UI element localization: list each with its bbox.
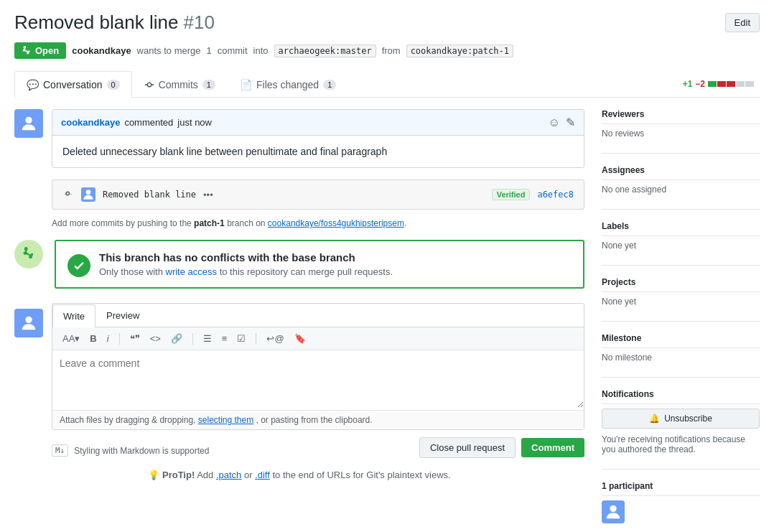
notifications-title: Notifications: [602, 389, 760, 404]
commit-avatar: [81, 187, 95, 202]
comment-action: commented: [124, 117, 173, 128]
hint-repo-link[interactable]: cookandkaye/foss4gukhipsteripsem: [268, 218, 404, 228]
merge-text-block: This branch has no conflicts with the ba…: [99, 251, 393, 277]
diff-minus: −2: [695, 79, 705, 89]
edit-button[interactable]: Edit: [725, 13, 760, 32]
commits-badge: 1: [202, 80, 215, 90]
link-btn[interactable]: 🔗: [168, 332, 185, 345]
verified-badge: Verified: [492, 189, 531, 200]
merge-icon-column: [14, 240, 43, 269]
sidebar-participants: 1 participant: [602, 481, 760, 524]
diff-plus: +1: [683, 79, 693, 89]
hint-text: Add more commits by pushing to the patch…: [52, 218, 584, 228]
diff-stats: +1 −2: [683, 79, 760, 89]
pr-action-text: wants to merge: [137, 45, 201, 56]
comment-thread: cookandkaye commented just now ☺ ✎ Delet…: [14, 109, 584, 210]
comment-submit-button[interactable]: Comment: [521, 438, 584, 457]
pr-title: Removed blank line #10: [14, 11, 215, 34]
comment-header: cookandkaye commented just now ☺ ✎: [52, 110, 584, 136]
comment-time: just now: [177, 117, 212, 128]
labels-value: None yet: [602, 241, 760, 251]
pr-author: cookandkaye: [72, 45, 131, 56]
edit-comment-button[interactable]: ✎: [566, 116, 575, 129]
emoji-button[interactable]: ☺: [549, 116, 560, 129]
write-avatar: [14, 309, 43, 337]
diff-link[interactable]: .diff: [255, 470, 270, 480]
task-btn[interactable]: ☑: [234, 332, 248, 345]
tab-conversation[interactable]: 💬 Conversation 0: [14, 71, 132, 98]
markdown-note-text: Styling with Markdown is supported: [74, 446, 209, 456]
pr-number: #10: [184, 11, 215, 33]
sidebar-assignees: Assignees No one assigned: [602, 165, 760, 195]
commit-hash-link[interactable]: a6efec8: [537, 190, 574, 200]
diff-bar-red: [717, 81, 726, 87]
git-merge-icon: [22, 46, 32, 56]
sidebar: Reviewers No reviews Assignees No one as…: [602, 109, 760, 524]
diff-bar-gray1: [736, 81, 745, 87]
pr-tabs: 💬 Conversation 0 Commits 1 📄 Files chang…: [14, 70, 760, 98]
commit-ref-row: Removed blank line ••• Verified a6efec8: [52, 179, 584, 210]
patch-link[interactable]: .patch: [216, 470, 241, 480]
mention-btn[interactable]: ↩@: [264, 332, 286, 345]
sidebar-projects: Projects None yet: [602, 277, 760, 307]
pro-tip-or: or: [244, 470, 253, 480]
write-area-inner: Write Preview AA▾ B i ❝❞ <> 🔗: [52, 303, 584, 458]
svg-point-2: [25, 317, 32, 323]
merge-subtitle2: to this repository can merge pull reques…: [220, 266, 393, 277]
pr-subtitle: Open cookandkaye wants to merge 1 commit…: [14, 42, 760, 59]
italic-btn[interactable]: i: [104, 332, 112, 345]
hint-text1: Add more commits by pushing to the: [52, 218, 192, 228]
commit-dot-icon: [62, 189, 74, 200]
bulb-icon: 💡: [148, 470, 159, 480]
code-btn[interactable]: <>: [147, 332, 164, 345]
svg-point-0: [25, 117, 32, 123]
merge-subtitle-text: Only those with: [99, 266, 163, 277]
attach-text1: Attach files by dragging & dropping,: [60, 415, 195, 425]
sidebar-divider5: [602, 377, 760, 378]
write-thread: Write Preview AA▾ B i ❝❞ <> 🔗: [14, 303, 584, 458]
head-branch[interactable]: cookandkaye:patch-1: [406, 45, 513, 57]
toolbar-sep1: [119, 333, 120, 345]
main-content: cookandkaye commented just now ☺ ✎ Delet…: [14, 109, 760, 524]
comment-author[interactable]: cookandkaye: [61, 117, 120, 128]
heading-btn[interactable]: AA▾: [60, 332, 83, 345]
comment-content: cookandkaye commented just now ☺ ✎ Delet…: [52, 109, 584, 210]
sidebar-divider2: [602, 209, 760, 210]
quote-btn[interactable]: ❝❞: [127, 332, 143, 345]
write-access-link[interactable]: write access: [166, 266, 218, 277]
commit-dots-btn[interactable]: •••: [203, 190, 213, 200]
tab-files-changed[interactable]: 📄 Files changed 1: [228, 71, 348, 98]
write-tab[interactable]: Write: [52, 304, 95, 327]
merge-title: This branch has no conflicts with the ba…: [99, 251, 393, 263]
conversation-badge: 0: [107, 80, 120, 90]
participant-avatar[interactable]: [602, 500, 625, 523]
svg-point-1: [86, 190, 91, 195]
pro-tip-text2: Add: [197, 470, 213, 480]
ol-btn[interactable]: ≡: [219, 332, 230, 345]
unsubscribe-button[interactable]: 🔔 Unsubscribe: [602, 409, 760, 429]
close-pull-request-button[interactable]: Close pull request: [419, 437, 516, 458]
emoji-toolbar-btn[interactable]: 🔖: [292, 332, 309, 345]
bold-btn[interactable]: B: [87, 332, 99, 345]
diff-bar-gray2: [745, 81, 754, 87]
comment-header-left: cookandkaye commented just now: [61, 117, 212, 128]
participants-title: 1 participant: [602, 481, 760, 496]
bell-icon: 🔔: [649, 414, 660, 424]
into-label: into: [253, 45, 269, 56]
notification-text: You're receiving notifications because y…: [602, 434, 760, 454]
reviewers-value: No reviews: [602, 129, 760, 139]
tab-commits-label: Commits: [159, 79, 198, 90]
files-badge: 1: [323, 80, 336, 90]
attach-link[interactable]: selecting them: [198, 415, 253, 425]
pr-header: Removed blank line #10 Edit: [14, 11, 760, 34]
sidebar-divider4: [602, 321, 760, 322]
action-row: M↓ Styling with Markdown is supported Cl…: [52, 437, 584, 458]
tab-files-label: Files changed: [256, 79, 319, 90]
comment-input[interactable]: [52, 350, 584, 408]
base-branch[interactable]: archaeogeek:master: [274, 45, 376, 57]
tab-commits[interactable]: Commits 1: [132, 71, 228, 98]
preview-tab[interactable]: Preview: [95, 304, 150, 327]
ul-btn[interactable]: ☰: [200, 332, 215, 345]
comment-header-right: ☺ ✎: [549, 116, 575, 129]
commit-count: 1: [206, 45, 211, 56]
